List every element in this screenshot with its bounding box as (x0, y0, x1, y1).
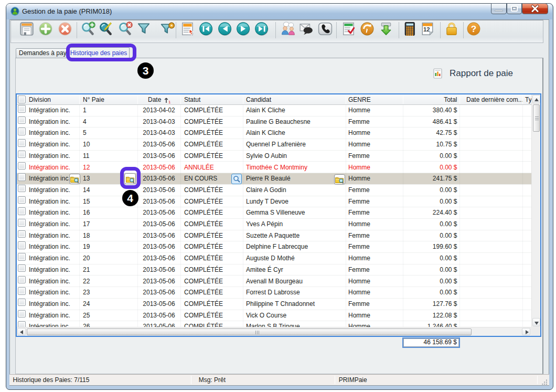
svg-text:?: ? (471, 24, 477, 34)
svg-text:12: 12 (423, 26, 430, 33)
svg-text:1: 1 (168, 100, 171, 104)
